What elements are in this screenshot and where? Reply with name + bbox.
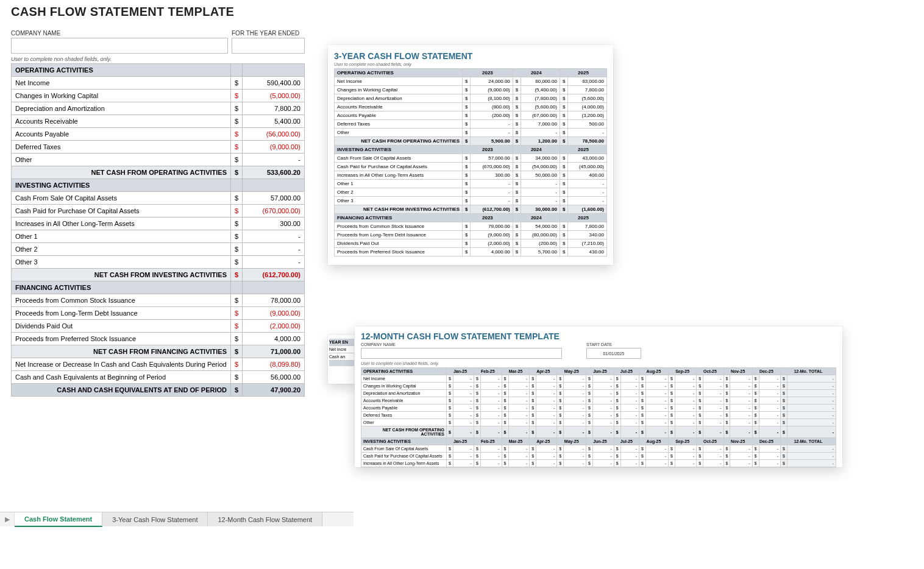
amount-cell[interactable]: - bbox=[645, 383, 668, 390]
amount-cell[interactable]: (45,000.00) bbox=[568, 163, 607, 171]
amount-cell[interactable]: - bbox=[471, 197, 513, 205]
amount-cell[interactable]: - bbox=[508, 453, 530, 460]
amount-cell[interactable]: - bbox=[759, 460, 781, 467]
amount-cell[interactable]: 400.00 bbox=[568, 171, 607, 180]
amount-cell[interactable]: - bbox=[536, 390, 557, 397]
amount-cell[interactable]: - bbox=[508, 383, 530, 390]
amount-cell[interactable]: - bbox=[243, 230, 305, 243]
amount-cell[interactable]: - bbox=[521, 197, 560, 205]
amount-cell[interactable]: - bbox=[453, 405, 474, 412]
amount-cell[interactable]: 78,000.00 bbox=[471, 222, 513, 231]
amount-cell[interactable]: - bbox=[453, 383, 474, 390]
amount-cell[interactable]: - bbox=[593, 383, 614, 390]
amount-cell[interactable]: - bbox=[759, 412, 781, 419]
sheet-tab[interactable]: Cash Flow Statement bbox=[15, 512, 102, 527]
amount-cell[interactable]: - bbox=[703, 460, 723, 467]
amount-cell[interactable]: 54,000.00 bbox=[521, 222, 560, 231]
amount-cell[interactable]: - bbox=[620, 453, 639, 460]
amount-cell[interactable]: - bbox=[243, 256, 305, 269]
amount-cell[interactable]: - bbox=[508, 397, 530, 405]
amount-cell[interactable]: - bbox=[730, 412, 752, 419]
amount-cell[interactable]: - bbox=[593, 405, 614, 412]
amount-cell[interactable]: (3,200.00) bbox=[568, 111, 607, 120]
amount-cell[interactable]: - bbox=[536, 445, 557, 453]
tab-scroll-arrow-icon[interactable]: ▶ bbox=[0, 512, 15, 526]
amount-cell[interactable]: (80,000.00) bbox=[521, 231, 560, 239]
amount-cell[interactable]: - bbox=[508, 375, 530, 383]
amount-cell[interactable]: - bbox=[453, 375, 474, 383]
amount-cell[interactable]: - bbox=[730, 375, 752, 383]
amount-cell[interactable]: - bbox=[730, 460, 752, 467]
amount-cell[interactable]: - bbox=[675, 412, 697, 419]
amount-cell[interactable]: 7,800.00 bbox=[568, 86, 607, 94]
amount-cell[interactable]: - bbox=[568, 129, 607, 137]
amount-cell[interactable]: - bbox=[703, 445, 723, 453]
amount-cell[interactable]: - bbox=[620, 445, 639, 453]
amount-cell[interactable]: - bbox=[645, 375, 668, 383]
amount-cell[interactable]: - bbox=[645, 453, 668, 460]
amount-cell[interactable]: - bbox=[703, 390, 723, 397]
amount-cell[interactable]: - bbox=[508, 419, 530, 426]
amount-cell[interactable]: 590,400.00 bbox=[243, 77, 305, 90]
amount-cell[interactable]: - bbox=[536, 405, 557, 412]
amount-cell[interactable]: - bbox=[593, 419, 614, 426]
amount-cell[interactable]: 57,000.00 bbox=[243, 192, 305, 205]
amount-cell[interactable]: (200.00) bbox=[471, 111, 513, 120]
amount-cell[interactable]: 500.00 bbox=[568, 120, 607, 129]
amount-cell[interactable]: 7,000.00 bbox=[521, 120, 560, 129]
amount-cell[interactable]: (8,100.00) bbox=[471, 94, 513, 103]
amount-cell[interactable]: - bbox=[536, 460, 557, 467]
amount-cell[interactable]: - bbox=[620, 375, 639, 383]
amount-cell[interactable]: - bbox=[453, 453, 474, 460]
amount-cell[interactable]: 4,000.00 bbox=[243, 333, 305, 345]
amount-cell[interactable]: 50,000.00 bbox=[521, 171, 560, 180]
amount-cell[interactable]: (2,000.00) bbox=[243, 320, 305, 333]
amount-cell[interactable]: (56,000.00) bbox=[243, 128, 305, 141]
tm-start-input[interactable]: 01/01/2025 bbox=[586, 348, 641, 359]
amount-cell[interactable]: - bbox=[645, 397, 668, 405]
amount-cell[interactable]: - bbox=[564, 460, 586, 467]
amount-cell[interactable]: - bbox=[730, 445, 752, 453]
amount-cell[interactable]: 5,700.00 bbox=[521, 248, 560, 256]
amount-cell[interactable]: (9,000.00) bbox=[471, 86, 513, 94]
amount-cell[interactable]: - bbox=[453, 460, 474, 467]
amount-cell[interactable]: - bbox=[564, 445, 586, 453]
amount-cell[interactable]: 430.00 bbox=[568, 248, 607, 256]
amount-cell[interactable]: - bbox=[645, 445, 668, 453]
amount-cell[interactable]: - bbox=[536, 453, 557, 460]
amount-cell[interactable]: - bbox=[675, 390, 697, 397]
amount-cell[interactable]: - bbox=[730, 453, 752, 460]
amount-cell[interactable]: - bbox=[471, 120, 513, 129]
amount-cell[interactable]: - bbox=[564, 412, 586, 419]
amount-cell[interactable]: - bbox=[759, 383, 781, 390]
amount-cell[interactable]: - bbox=[243, 154, 305, 166]
amount-cell[interactable]: 80,000.00 bbox=[521, 77, 560, 86]
amount-cell[interactable]: - bbox=[508, 412, 530, 419]
amount-cell[interactable]: - bbox=[453, 419, 474, 426]
tm-company-input[interactable] bbox=[361, 348, 562, 359]
amount-cell[interactable]: 7,800.00 bbox=[568, 222, 607, 231]
amount-cell[interactable]: - bbox=[480, 383, 502, 390]
amount-cell[interactable]: (7,210.00) bbox=[568, 239, 607, 248]
amount-cell[interactable]: 300.00 bbox=[243, 217, 305, 230]
amount-cell[interactable]: - bbox=[471, 180, 513, 188]
amount-cell[interactable]: 24,000.00 bbox=[471, 77, 513, 86]
amount-cell[interactable]: - bbox=[759, 375, 781, 383]
amount-cell[interactable]: - bbox=[675, 405, 697, 412]
amount-cell[interactable]: (7,800.00) bbox=[521, 94, 560, 103]
amount-cell[interactable]: - bbox=[675, 460, 697, 467]
amount-cell[interactable]: - bbox=[521, 188, 560, 197]
amount-cell[interactable]: - bbox=[675, 419, 697, 426]
amount-cell[interactable]: 300.00 bbox=[471, 171, 513, 180]
amount-cell[interactable]: - bbox=[564, 375, 586, 383]
amount-cell[interactable]: (9,000.00) bbox=[471, 231, 513, 239]
amount-cell[interactable]: - bbox=[564, 397, 586, 405]
amount-cell[interactable]: - bbox=[593, 375, 614, 383]
amount-cell[interactable]: (5,000.00) bbox=[243, 90, 305, 102]
amount-cell[interactable]: 83,000.00 bbox=[568, 77, 607, 86]
amount-cell[interactable]: - bbox=[593, 412, 614, 419]
amount-cell[interactable]: - bbox=[675, 453, 697, 460]
amount-cell[interactable]: (5,400.00) bbox=[521, 86, 560, 94]
amount-cell[interactable]: - bbox=[759, 397, 781, 405]
amount-cell[interactable]: - bbox=[703, 419, 723, 426]
